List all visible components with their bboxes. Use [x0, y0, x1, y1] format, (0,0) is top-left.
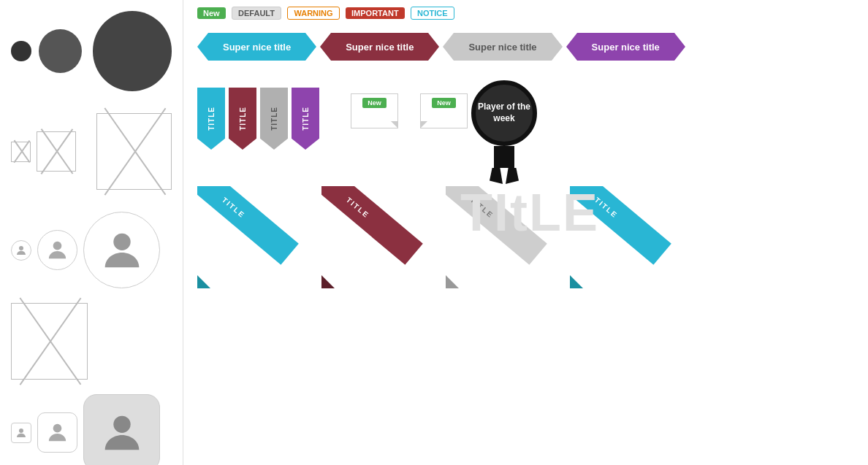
- badge-notice[interactable]: NOTICE: [411, 7, 454, 20]
- medal-ribbon: [490, 146, 519, 184]
- vert-ribbon-red: TITLE: [229, 88, 256, 150]
- banner-cyan-wrap: Super nice title: [208, 33, 305, 61]
- medal-ribbon-bar: [494, 146, 514, 168]
- boxes-row-1: [7, 109, 175, 193]
- title-large: TItLE: [460, 186, 606, 239]
- circle-large: [93, 11, 172, 91]
- svg-point-3: [19, 429, 23, 433]
- person-icon-md: [96, 225, 148, 276]
- badge-default[interactable]: DEFAULT: [232, 7, 281, 20]
- svg-point-2: [113, 233, 130, 250]
- diag-cyan: TITLE: [197, 186, 299, 265]
- banner-gray-wrap: Super nice title: [454, 33, 551, 61]
- avatar-sq-lg: [83, 394, 160, 465]
- person-icon-sq-sm: [45, 420, 70, 445]
- image-placeholder-md: [96, 113, 172, 190]
- medal-tails: [490, 168, 519, 184]
- person-icon-xs: [15, 244, 28, 257]
- new-tag-label-2: New: [432, 98, 456, 108]
- badge-warning[interactable]: WARNING: [287, 7, 339, 20]
- fold-cyan: [197, 275, 210, 288]
- person-icon-sm: [45, 237, 70, 263]
- avatar-sq-xs: [11, 423, 31, 443]
- vert-ribbon-gray: TITLE: [260, 88, 288, 150]
- svg-point-1: [53, 242, 62, 250]
- banner-red: Super nice title: [331, 33, 428, 61]
- banner-cyan: Super nice title: [208, 33, 305, 61]
- medal-tail-right: [506, 168, 519, 184]
- circle-small: [11, 41, 31, 61]
- title-large-area: TItLE: [460, 186, 606, 239]
- avatar-circle-xs: [11, 240, 31, 261]
- arrow-decoration-1: [391, 121, 398, 128]
- image-placeholder-sm: [37, 131, 76, 172]
- corner-banner-cyan: TITLE: [197, 186, 300, 288]
- medal-area: Player of the week: [471, 80, 537, 184]
- boxes-row-2: [7, 299, 175, 383]
- svg-point-5: [113, 415, 130, 432]
- fold-cyan2: [570, 275, 583, 288]
- avatar-circles-row: [7, 208, 175, 292]
- arrow-decoration-2: [420, 121, 427, 128]
- new-tag-label-1: New: [362, 98, 387, 108]
- circles-row-1: [7, 7, 175, 95]
- fold-gray: [446, 275, 459, 288]
- vert-ribbon-cyan: TITLE: [197, 88, 225, 150]
- left-panel: [0, 0, 183, 465]
- image-placeholder-lg: [11, 303, 88, 380]
- banner-gray: Super nice title: [454, 33, 551, 61]
- vert-ribbon-purple: TITLE: [292, 88, 319, 150]
- badges-area: New DEFAULT WARNING IMPORTANT NOTICE: [197, 6, 457, 20]
- fold-red: [321, 275, 335, 288]
- avatar-circle-md: [83, 212, 160, 288]
- avatar-circle-sm: [37, 230, 77, 270]
- image-placeholder-xs: [11, 142, 31, 162]
- new-tag-box-2: New: [420, 93, 468, 128]
- banner-purple-wrap: Super nice title: [577, 33, 674, 61]
- person-icon-sq-xs: [15, 426, 28, 439]
- medal-text: Player of the week: [476, 101, 533, 124]
- vertical-ribbons: TITLE TITLE TITLE TITLE: [197, 88, 319, 150]
- medal: Player of the week: [471, 80, 537, 184]
- person-icon-sq-lg: [96, 407, 148, 458]
- avatar-sq-sm: [37, 412, 77, 453]
- svg-point-0: [19, 246, 23, 250]
- circle-medium: [39, 29, 82, 73]
- medal-tail-left: [490, 168, 503, 184]
- corner-banner-red: TITLE: [321, 186, 424, 288]
- badge-important[interactable]: IMPORTANT: [346, 7, 405, 19]
- new-tag-box-1: New: [351, 93, 398, 128]
- horizontal-banners: Super nice title Super nice title Super …: [197, 33, 674, 61]
- svg-point-4: [53, 424, 62, 433]
- badge-new[interactable]: New: [197, 7, 226, 19]
- panel-divider: [183, 0, 183, 465]
- new-tag-area: New New: [351, 93, 468, 128]
- avatar-rounded-sq-row: [7, 391, 175, 465]
- medal-circle: Player of the week: [471, 80, 537, 146]
- diag-red: TITLE: [321, 186, 423, 265]
- banner-purple: Super nice title: [577, 33, 674, 61]
- banner-red-wrap: Super nice title: [331, 33, 428, 61]
